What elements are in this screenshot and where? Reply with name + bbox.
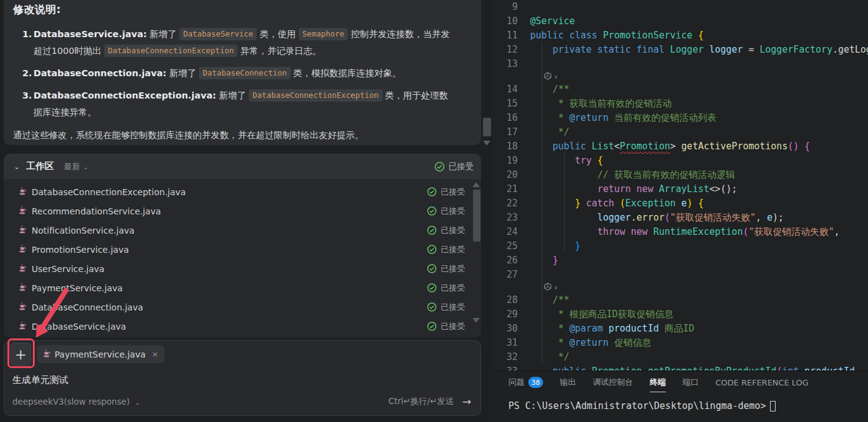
code-line: 20 // 获取当前有效的促销活动逻辑 bbox=[492, 168, 868, 182]
composer-card[interactable]: + PaymentService.java × 生成单元测试 deepseekV… bbox=[4, 340, 481, 416]
chevron-down-icon[interactable]: ⌄ bbox=[14, 162, 20, 171]
code-text: // 获取当前有效的促销活动逻辑 bbox=[530, 168, 735, 182]
send-button[interactable]: → bbox=[463, 395, 471, 408]
attachment-chip[interactable]: PaymentService.java × bbox=[37, 345, 164, 363]
list-scroll-down-icon[interactable] bbox=[472, 318, 480, 323]
code-line: 31 * @return 促销信息 bbox=[492, 336, 868, 350]
inline-code: DatabaseConnection bbox=[199, 67, 290, 79]
panel-tab-终端[interactable]: 终端 bbox=[650, 377, 666, 392]
panel-tab-CODE REFERENCE LOG[interactable]: CODE REFERENCE LOG bbox=[715, 378, 808, 392]
chevron-down-icon: ∨ bbox=[554, 282, 557, 293]
panel-tab-label: 问题 bbox=[508, 377, 525, 388]
code-line: 12 private static final Logger logger = … bbox=[492, 43, 868, 57]
code-line: 29 * 根据商品ID获取促销信息 bbox=[492, 307, 868, 322]
file-row[interactable]: PaymentService.java已接受 bbox=[4, 278, 481, 297]
code-line: 23 logger.error("获取促销活动失败", e); bbox=[492, 211, 868, 225]
code-text: return new ArrayList<>(); bbox=[530, 182, 737, 196]
java-file-icon bbox=[19, 186, 26, 198]
file-row[interactable]: PromotionService.java已接受 bbox=[4, 240, 481, 259]
file-name: UserService.java bbox=[32, 264, 104, 274]
add-context-button[interactable]: + bbox=[11, 343, 31, 366]
line-number: 13 bbox=[492, 57, 530, 71]
line-number: 31 bbox=[492, 336, 530, 350]
problems-count-badge: 38 bbox=[528, 377, 543, 388]
file-status-label: 已接受 bbox=[441, 263, 465, 275]
java-file-icon bbox=[19, 263, 26, 275]
file-row[interactable]: RecommendationService.java已接受 bbox=[4, 201, 481, 221]
file-row[interactable]: DatabaseService.java已接受 bbox=[4, 317, 481, 336]
ai-codelens-widget[interactable]: ∨ bbox=[492, 71, 868, 82]
model-selector[interactable]: deepseekV3(slow response) ⌄ bbox=[12, 397, 140, 407]
list-scroll-up-icon[interactable] bbox=[472, 182, 480, 187]
ai-codelens-widget[interactable]: ∨ bbox=[492, 282, 868, 293]
file-row[interactable]: NotificationService.java已接受 bbox=[4, 221, 481, 240]
file-status: 已接受 bbox=[427, 187, 465, 198]
code-text: } catch (Exception e) { bbox=[530, 196, 704, 211]
line-number: 33 bbox=[492, 364, 530, 371]
line-number: 22 bbox=[492, 196, 530, 211]
panel-tab-label: 端口 bbox=[683, 377, 699, 388]
chat-list-item: 1.DatabaseService.java: 新增了 DatabaseServ… bbox=[13, 26, 454, 59]
panel-tab-问题[interactable]: 问题38 bbox=[508, 377, 543, 392]
composer-input[interactable]: 生成单元测试 bbox=[12, 374, 68, 386]
panel-tab-label: CODE REFERENCE LOG bbox=[715, 378, 808, 387]
list-marker: 3. bbox=[22, 87, 32, 104]
file-status: 已接受 bbox=[427, 206, 465, 217]
code-text: private static final Logger logger = Log… bbox=[530, 43, 868, 57]
code-text: public List<Promotion> getActivePromotio… bbox=[530, 139, 810, 154]
line-number: 27 bbox=[492, 268, 530, 282]
terminal-prompt: PS C:\Users\Administrator\Desktop\lingma… bbox=[508, 400, 766, 411]
line-number: 20 bbox=[492, 168, 530, 182]
indent-guide bbox=[542, 42, 542, 364]
code-editor[interactable]: 910@Service11public class PromotionServi… bbox=[492, 0, 868, 371]
list-marker: 2. bbox=[22, 65, 32, 82]
file-status-label: 已接受 bbox=[441, 225, 465, 236]
chat-summary: 通过这些修改，系统现在能够控制数据库连接的并发数，并在超过限制时给出友好提示。 bbox=[13, 130, 471, 141]
file-name: DatabaseService.java bbox=[32, 322, 126, 332]
code-text: throw new RuntimeException("获取促销活动失败", bbox=[530, 225, 839, 239]
workspace-card: ⌄ 工作区 最新⌄ 已接受 DatabaseConnectionExceptio… bbox=[4, 154, 481, 338]
file-status-label: 已接受 bbox=[441, 187, 465, 198]
panel-tab-端口[interactable]: 端口 bbox=[683, 377, 699, 392]
terminal-cursor bbox=[770, 401, 776, 411]
code-line: 17 */ bbox=[492, 125, 868, 139]
panel-tab-输出[interactable]: 输出 bbox=[560, 377, 576, 392]
terminal[interactable]: PS C:\Users\Administrator\Desktop\lingma… bbox=[508, 400, 776, 411]
send-shortcut-hint: Ctrl↵换行/↵发送 bbox=[389, 396, 454, 407]
code-line: 24 throw new RuntimeException("获取促销活动失败"… bbox=[492, 225, 868, 239]
chat-scroll-down-icon[interactable] bbox=[483, 141, 490, 146]
code-line: 26 } bbox=[492, 253, 868, 268]
lingma-ai-icon bbox=[544, 282, 552, 293]
file-status-label: 已接受 bbox=[441, 283, 465, 294]
panel-tab-调试控制台[interactable]: 调试控制台 bbox=[593, 377, 633, 392]
chat-text: 类，模拟数据库连接对象。 bbox=[291, 68, 402, 78]
code-text: } bbox=[530, 239, 580, 253]
composer-toolbar: deepseekV3(slow response) ⌄ Ctrl↵换行/↵发送 … bbox=[12, 395, 471, 408]
code-text: */ bbox=[530, 350, 569, 364]
workspace-header: ⌄ 工作区 最新⌄ 已接受 bbox=[4, 154, 481, 179]
line-number: 16 bbox=[492, 111, 530, 125]
code-line: 27 bbox=[492, 268, 868, 282]
file-row[interactable]: DatabaseConnection.java已接受 bbox=[4, 297, 481, 317]
close-icon[interactable]: × bbox=[152, 349, 159, 359]
workspace-filter-dropdown[interactable]: 最新⌄ bbox=[64, 161, 88, 172]
check-circle-icon bbox=[427, 206, 436, 216]
line-number: 24 bbox=[492, 225, 530, 239]
panel-tab-label: 调试控制台 bbox=[593, 377, 633, 388]
file-status-label: 已接受 bbox=[441, 206, 465, 217]
file-name-bold: DatabaseConnection.java: bbox=[33, 68, 166, 78]
code-text: /** bbox=[530, 82, 569, 97]
list-scrollbar[interactable] bbox=[473, 190, 480, 242]
code-line: 21 return new ArrayList<>(); bbox=[492, 182, 868, 196]
line-number: 19 bbox=[492, 154, 530, 168]
line-number: 15 bbox=[492, 97, 530, 111]
java-file-icon bbox=[19, 320, 26, 332]
chat-scrollbar[interactable] bbox=[483, 118, 491, 136]
workspace-filter-label: 最新 bbox=[64, 162, 80, 171]
file-status: 已接受 bbox=[427, 283, 465, 294]
list-marker: 1. bbox=[22, 26, 32, 43]
file-row[interactable]: UserService.java已接受 bbox=[4, 259, 481, 278]
assistant-panel: 修改说明: 1.DatabaseService.java: 新增了 Databa… bbox=[0, 0, 492, 422]
chat-title: 修改说明: bbox=[13, 2, 471, 17]
file-row[interactable]: DatabaseConnectionException.java已接受 bbox=[4, 182, 481, 201]
